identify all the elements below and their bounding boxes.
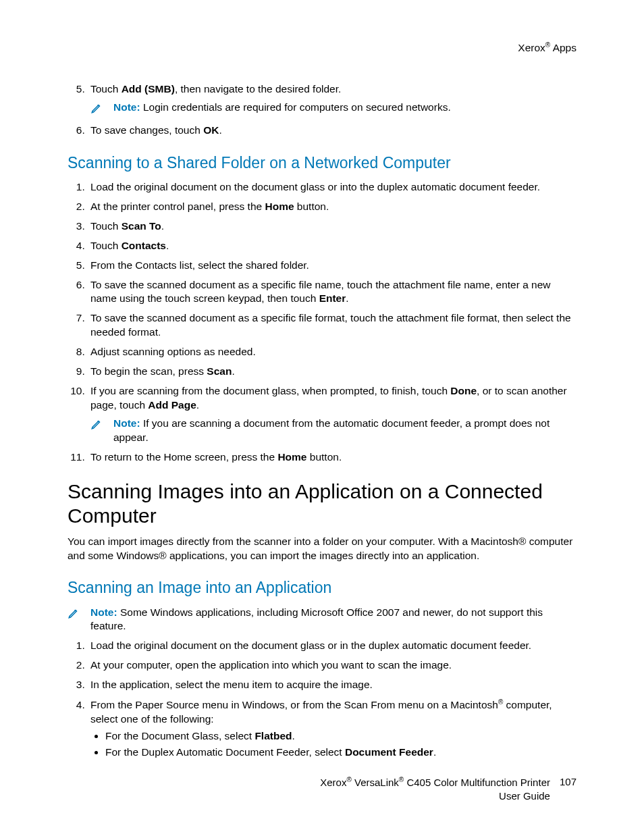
- list-item: For the Document Glass, select Flatbed.: [105, 729, 576, 744]
- page-number: 107: [560, 775, 576, 789]
- app-step-list: Load the original document on the docume…: [68, 639, 576, 760]
- list-item: To begin the scan, press Scan.: [88, 365, 576, 379]
- list-item: Touch Add (SMB), then navigate to the de…: [88, 82, 576, 118]
- list-item: From the Paper Source menu in Windows, o…: [88, 698, 576, 760]
- note-block: Note: Login credentials are required for…: [90, 101, 576, 118]
- list-item: Touch Scan To.: [88, 219, 576, 234]
- note-block: Note: Some Windows applications, includi…: [68, 606, 576, 634]
- list-item: Load the original document on the docume…: [88, 180, 576, 194]
- document-page: Xerox® Apps Touch Add (SMB), then naviga…: [0, 0, 644, 834]
- note-text: Some Windows applications, including Mic…: [90, 606, 543, 632]
- note-label: Note:: [113, 417, 140, 429]
- pencil-note-icon: [68, 607, 80, 623]
- header-brand: Xerox: [518, 42, 545, 53]
- list-item: To save the scanned document as a specif…: [88, 311, 576, 340]
- heading-shared-folder: Scanning to a Shared Folder on a Network…: [68, 153, 576, 174]
- heading-scanning-images: Scanning Images into an Application on a…: [68, 479, 576, 528]
- list-item: Load the original document on the docume…: [88, 639, 576, 653]
- pencil-note-icon: [90, 102, 103, 118]
- page-footer: Xerox® VersaLink® C405 Color Multifuncti…: [68, 775, 576, 804]
- header-section: Apps: [553, 42, 576, 53]
- list-item: From the Contacts list, select the share…: [88, 259, 576, 273]
- intro-step-list: Touch Add (SMB), then navigate to the de…: [68, 82, 576, 138]
- list-item: Adjust scanning options as needed.: [88, 345, 576, 359]
- list-item: If you are scanning from the document gl…: [88, 384, 576, 445]
- note-label: Note:: [90, 606, 117, 618]
- list-item: To return to the Home screen, press the …: [88, 450, 576, 465]
- pencil-note-icon: [90, 418, 103, 434]
- list-item: Touch Contacts.: [88, 239, 576, 253]
- bullet-list: For the Document Glass, select Flatbed. …: [105, 729, 576, 760]
- list-item: At the printer control panel, press the …: [88, 200, 576, 214]
- list-item: For the Duplex Automatic Document Feeder…: [105, 746, 576, 760]
- running-header: Xerox® Apps: [68, 41, 576, 55]
- list-item: In the application, select the menu item…: [88, 678, 576, 692]
- heading-scan-into-app: Scanning an Image into an Application: [68, 577, 576, 598]
- intro-paragraph: You can import images directly from the …: [68, 535, 576, 563]
- note-text: If you are scanning a document from the …: [113, 417, 549, 443]
- list-item: To save changes, touch OK.: [88, 124, 576, 138]
- list-item: At your computer, open the application i…: [88, 658, 576, 673]
- list-item: To save the scanned document as a specif…: [88, 278, 576, 307]
- reg-mark: ®: [545, 41, 550, 49]
- note-text: Login credentials are required for compu…: [143, 101, 451, 113]
- shared-step-list: Load the original document on the docume…: [68, 180, 576, 465]
- note-label: Note:: [113, 101, 140, 113]
- note-block: Note: If you are scanning a document fro…: [90, 417, 576, 445]
